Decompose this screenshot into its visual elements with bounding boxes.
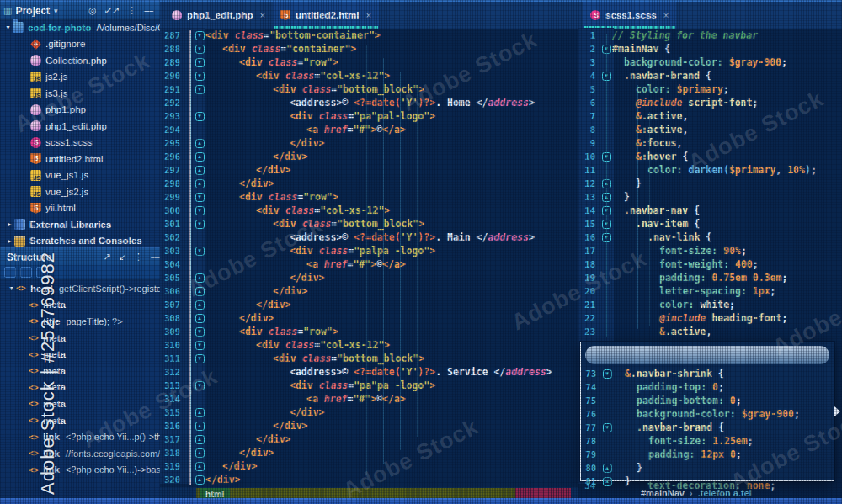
line-number[interactable]: 306	[160, 286, 185, 296]
code-line[interactable]: 304<a href="#">©</a>	[160, 257, 578, 271]
code-line[interactable]: 299▾<div class="row">	[160, 190, 578, 204]
line-number[interactable]: 311	[160, 353, 185, 363]
fold-icon[interactable]: ▾	[195, 58, 205, 67]
unfold-icon[interactable]: ▴	[195, 314, 205, 323]
code-line[interactable]: 303▾<div class="palpa -logo">	[160, 244, 578, 257]
code-line[interactable]: 306▴</div>	[160, 284, 578, 298]
line-number[interactable]: 315	[160, 407, 185, 417]
fold-icon[interactable]: ▾	[195, 193, 205, 202]
project-file-row[interactable]: vue_js1.js	[0, 167, 160, 184]
code-line[interactable]: 298▴</div>	[160, 177, 578, 190]
code-line[interactable]: 6@include script-font;	[578, 96, 842, 109]
fold-icon[interactable]: ▾	[195, 341, 205, 350]
code-line[interactable]: 293▾<div class="pa"pal-logo">	[160, 109, 578, 123]
code-line[interactable]: 301▾<div class="bottom_block">	[160, 217, 578, 231]
code-line[interactable]: 317▴</div>	[160, 432, 578, 446]
line-number[interactable]: 299	[160, 192, 185, 202]
code-line[interactable]: 3background-color: $gray-900;	[578, 56, 842, 69]
tab-close-icon[interactable]: ×	[663, 10, 669, 20]
line-number[interactable]: 10	[578, 151, 600, 162]
code-line[interactable]: 73▾&.navbar-shrink {	[581, 367, 834, 380]
line-number[interactable]: 5	[578, 84, 600, 94]
line-number[interactable]: 309	[160, 326, 185, 337]
code-line[interactable]: 75padding-bottom: 0;	[581, 394, 834, 407]
fold-icon[interactable]: ▾	[602, 233, 611, 242]
code-line[interactable]: 74padding-top: 0;	[581, 380, 834, 394]
line-number[interactable]: 15	[578, 219, 600, 229]
unfold-icon[interactable]: ▴	[602, 179, 611, 188]
unfold-icon[interactable]: ▴	[195, 422, 205, 431]
project-panel-header[interactable]: ▥ Project ▾ ◎↙↗⋮—	[0, 0, 160, 20]
fold-icon[interactable]: ▾	[195, 45, 205, 54]
line-number[interactable]: 22	[578, 313, 600, 323]
code-line[interactable]: 1// Styling for the navbar	[578, 29, 842, 42]
line-number[interactable]: 11	[578, 165, 600, 175]
code-line[interactable]: 79padding: 12px 0;	[581, 448, 834, 461]
fold-icon[interactable]: ▾	[603, 423, 612, 432]
code-line[interactable]: 18font-weight: 400;	[578, 257, 842, 271]
code-line[interactable]: 11color: darken($primary, 10%);	[578, 163, 842, 177]
code-line[interactable]: 302<address>© <?=date('Y')?>. Main </add…	[160, 231, 578, 244]
project-file-row[interactable]: vue_js2.js	[0, 183, 160, 200]
kebab-menu-icon[interactable]: ⋮	[127, 6, 136, 15]
code-line[interactable]: 290▾<div class="col-xs-12">	[160, 69, 578, 82]
code-line[interactable]: 308▴</div>	[160, 311, 578, 325]
fold-icon[interactable]: ▾	[602, 220, 611, 229]
code-line[interactable]: 314<a href="#">©</a>	[160, 392, 578, 406]
code-line[interactable]: 78font-size: 1.25em;	[581, 434, 834, 448]
line-number[interactable]: 303	[160, 246, 185, 256]
fold-icon[interactable]: ▾	[195, 72, 205, 81]
unfold-icon[interactable]: ▴	[195, 273, 205, 283]
collapse-all-icon[interactable]: ↙↗	[104, 6, 120, 15]
code-line[interactable]: 17font-size: 90%;	[578, 244, 842, 257]
line-number[interactable]: 6	[578, 98, 600, 108]
code-line[interactable]: 289▾<div class="row">	[160, 56, 578, 69]
line-number[interactable]: 300	[160, 205, 185, 215]
chevron-down-icon[interactable]: ▾	[3, 24, 13, 31]
line-number[interactable]: 308	[160, 313, 185, 323]
code-line[interactable]: 77▾.navbar-brand {	[581, 421, 834, 434]
breadcrumb-segment[interactable]: .telefon a.tel	[698, 488, 752, 498]
structure-toolbar-button[interactable]	[36, 267, 48, 278]
structure-item-row[interactable]: <>meta	[0, 297, 160, 314]
code-preview-popup[interactable]: 73▾&.navbar-shrink {74padding-top: 0;75p…	[580, 342, 834, 481]
unfold-icon[interactable]: ▴	[195, 287, 205, 296]
fold-icon[interactable]: ▾	[195, 381, 205, 390]
line-number[interactable]: 298	[160, 178, 185, 188]
line-number[interactable]: 3	[578, 57, 600, 67]
code-line[interactable]: 7&.active,	[578, 109, 842, 123]
fold-icon[interactable]: ▾	[195, 247, 205, 256]
fold-icon[interactable]: ▾	[195, 220, 205, 229]
breadcrumb-segment[interactable]: #mainNav	[641, 488, 685, 498]
line-number[interactable]: 293	[160, 111, 185, 121]
line-number[interactable]: 319	[160, 461, 185, 471]
unfold-icon[interactable]: ▴	[195, 300, 205, 310]
fold-icon[interactable]: ▾	[195, 31, 205, 40]
unfold-icon[interactable]: ▴	[195, 448, 205, 458]
chevron-right-icon[interactable]: ▸	[5, 237, 14, 245]
code-line[interactable]: 10▾&:hover {	[578, 150, 842, 163]
unfold-icon[interactable]: ▴	[602, 193, 611, 202]
project-file-row[interactable]: php1.php	[0, 102, 160, 119]
code-line[interactable]: 292<address>© <?=date('Y')?>. Home </add…	[160, 96, 578, 109]
unfold-icon[interactable]: ▴	[603, 464, 612, 473]
unfold-icon[interactable]: ▴	[195, 408, 205, 417]
line-number[interactable]: 305	[160, 273, 185, 283]
tab-close-icon[interactable]: ×	[365, 10, 370, 20]
structure-item-row[interactable]: ▾<>headgetClientScript()->registerCoreSc…	[0, 280, 160, 297]
code-line[interactable]: 294<a href="#">©</a>	[160, 123, 578, 136]
hide-panel-icon[interactable]: —	[144, 6, 153, 15]
structure-item-row[interactable]: <>link//fonts.ecogleapis.com/css?family	[0, 445, 160, 462]
structure-item-row[interactable]: <>meta	[0, 379, 160, 396]
line-number[interactable]: 307	[160, 300, 185, 310]
line-number[interactable]: 291	[160, 84, 185, 94]
code-line[interactable]: 316▴</div>	[160, 419, 578, 432]
line-number[interactable]: 76	[581, 409, 601, 419]
structure-item-row[interactable]: <>meta	[0, 412, 160, 429]
line-number[interactable]: 287	[160, 30, 185, 40]
line-number[interactable]: 289	[160, 57, 185, 67]
structure-item-row[interactable]: <>meta	[0, 346, 160, 363]
expand-all-icon[interactable]: ↗	[104, 252, 111, 262]
code-line[interactable]: 313▾<div class="pa"pa -logo">	[160, 379, 578, 392]
code-line[interactable]: 20letter-spacing: 1px;	[578, 284, 842, 298]
